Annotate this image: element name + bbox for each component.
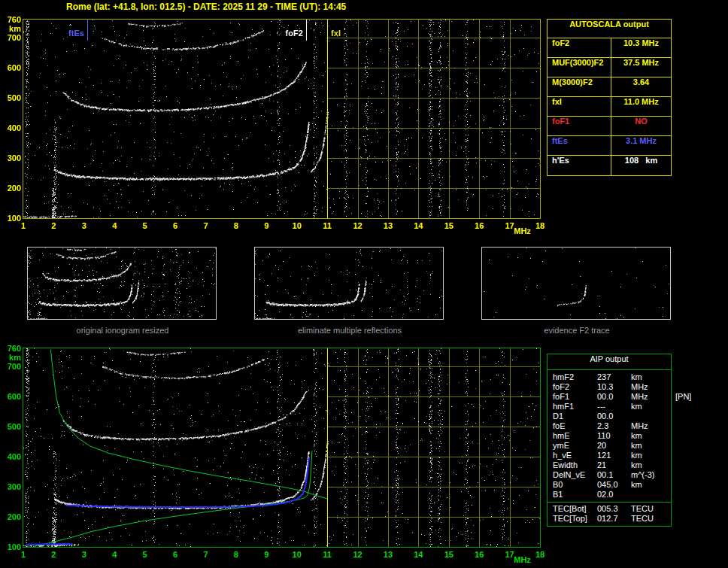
aip-param-unit: km: [631, 451, 671, 460]
aip-param-value: 237: [597, 372, 631, 382]
bottom-x-tick-1: 1: [16, 550, 31, 559]
aip-tec-row-tecbot: TEC[Bot]005.3TECU: [548, 504, 671, 514]
aip-param-note: [PN]: [675, 392, 691, 401]
top-y-axis-unit: km: [1, 24, 21, 33]
bottom-x-tick-6: 6: [168, 550, 183, 559]
aip-row-fof2: foF210.3MHz: [548, 382, 671, 392]
bottom-y-axis-unit: km: [1, 353, 21, 362]
autoscala-param-label: MUF(3000)F2: [548, 58, 611, 77]
thumbnail-evidence-canvas: [482, 248, 670, 319]
ionogram-bottom-plot: [23, 348, 541, 548]
aip-param-value: 20: [597, 441, 631, 451]
aip-param-unit: TECU: [631, 514, 671, 524]
bottom-y-tick-760: 760: [1, 344, 21, 353]
top-x-tick-6: 6: [168, 221, 183, 230]
ionogram-top-plot: ftEsfoF2fxI: [23, 19, 541, 219]
autoscala-app-screen: Rome (lat: +41.8, lon: 012.5) - DATE: 20…: [0, 0, 728, 568]
aip-param-unit: km: [631, 431, 671, 441]
top-y-tick-200: 200: [1, 184, 21, 193]
aip-row-hme: hmE110km: [548, 431, 671, 441]
top-x-tick-15: 15: [441, 221, 457, 230]
aip-param-label: foE: [548, 421, 597, 431]
aip-param-value: 02.0: [597, 490, 631, 500]
aip-param-value: 110: [597, 431, 631, 441]
autoscala-param-value: 37.5 MHz: [611, 58, 671, 77]
aip-param-label: D1: [548, 412, 597, 421]
top-x-tick-10: 10: [290, 221, 305, 230]
aip-row-hmf1: hmF1---km: [548, 402, 671, 412]
autoscala-row-ftes: ftEs3.1 MHz: [548, 136, 671, 156]
marker-label-fxI: fxI: [331, 29, 341, 38]
top-x-tick-16: 16: [472, 221, 487, 230]
thumbnail-eliminate-canvas: [255, 248, 443, 319]
top-x-axis-unit: MHz: [511, 226, 534, 235]
aip-param-label: TEC[Top]: [548, 514, 597, 524]
top-x-tick-7: 7: [198, 221, 213, 230]
aip-param-label: ymE: [548, 441, 597, 451]
aip-param-label: foF2: [548, 382, 597, 392]
autoscala-param-value: 11.0 MHz: [611, 97, 671, 116]
autoscala-row-fof1: foF1NO: [548, 117, 671, 136]
bottom-x-tick-11: 11: [320, 550, 335, 559]
top-y-tick-400: 400: [1, 123, 21, 132]
bottom-x-tick-7: 7: [198, 550, 213, 559]
autoscala-param-value: 3.1 MHz: [611, 136, 671, 155]
aip-param-unit: km: [631, 372, 671, 382]
aip-param-unit: MHz: [631, 392, 671, 402]
top-x-tick-14: 14: [411, 221, 426, 230]
aip-row-fof1: foF100.0MHz[PN]: [548, 392, 671, 402]
top-x-tick-9: 9: [259, 221, 274, 230]
autoscala-param-label: foF2: [548, 38, 611, 57]
aip-param-label: hmF1: [548, 402, 597, 412]
top-x-tick-3: 3: [77, 221, 92, 230]
thumbnail-original-canvas: [28, 248, 216, 319]
autoscala-param-label: fxI: [548, 97, 611, 116]
aip-tec-rows: TEC[Bot]005.3TECUTEC[Top]012.7TECU: [548, 504, 671, 524]
bottom-x-tick-14: 14: [411, 550, 426, 559]
aip-param-unit: km: [631, 402, 671, 412]
aip-param-unit: m^(-3): [631, 470, 671, 480]
aip-param-label: Ewidth: [548, 460, 597, 470]
aip-param-label: hmF2: [548, 372, 597, 382]
thumbnail-eliminate-reflections: [254, 247, 444, 320]
aip-param-value: 00.0: [597, 392, 631, 402]
ionogram-bottom-canvas: [23, 348, 540, 547]
bottom-x-tick-16: 16: [472, 550, 487, 559]
aip-row-b1: B102.0: [548, 490, 671, 500]
aip-param-value: 00.1: [597, 470, 631, 480]
marker-label-foF2: foF2: [272, 29, 303, 38]
bottom-y-tick-400: 400: [1, 452, 21, 461]
top-y-tick-700: 700: [1, 33, 21, 42]
bottom-y-tick-500: 500: [1, 422, 21, 431]
aip-param-value: 012.7: [597, 514, 631, 524]
aip-param-value: 10.3: [597, 382, 631, 392]
aip-separator: [548, 502, 671, 503]
top-x-tick-13: 13: [381, 221, 396, 230]
top-y-tick-300: 300: [1, 153, 21, 163]
aip-param-value: 121: [597, 451, 631, 460]
bottom-x-tick-5: 5: [138, 550, 153, 559]
aip-param-label: hmE: [548, 431, 597, 441]
bottom-y-tick-200: 200: [1, 512, 21, 521]
top-x-tick-5: 5: [138, 221, 153, 230]
aip-param-value: 005.3: [597, 504, 631, 514]
bottom-x-tick-2: 2: [46, 550, 61, 559]
top-x-tick-12: 12: [350, 221, 366, 230]
autoscala-row-fxi: fxI11.0 MHz: [548, 97, 671, 117]
bottom-x-tick-9: 9: [259, 550, 274, 559]
autoscala-rows: foF210.3 MHzMUF(3000)F237.5 MHzM(3000)F2…: [548, 38, 671, 175]
autoscala-row-muf3000f2: MUF(3000)F237.5 MHz: [548, 58, 671, 77]
aip-row-delnve: DelN_vE00.1m^(-3): [548, 470, 671, 480]
bottom-x-tick-8: 8: [229, 550, 244, 559]
bottom-x-axis-unit: MHz: [511, 555, 534, 564]
aip-param-label: foF1: [548, 392, 597, 402]
aip-param-value: 045.0: [597, 480, 631, 490]
marker-label-ftEs: ftEs: [53, 29, 84, 38]
top-x-tick-4: 4: [107, 221, 122, 230]
aip-param-label: B1: [548, 490, 597, 500]
top-x-tick-2: 2: [46, 221, 61, 230]
autoscala-param-value: 10.3 MHz: [611, 38, 671, 57]
aip-row-yme: ymE20km: [548, 441, 671, 451]
bottom-x-tick-12: 12: [350, 550, 366, 559]
aip-param-unit: km: [631, 480, 671, 490]
